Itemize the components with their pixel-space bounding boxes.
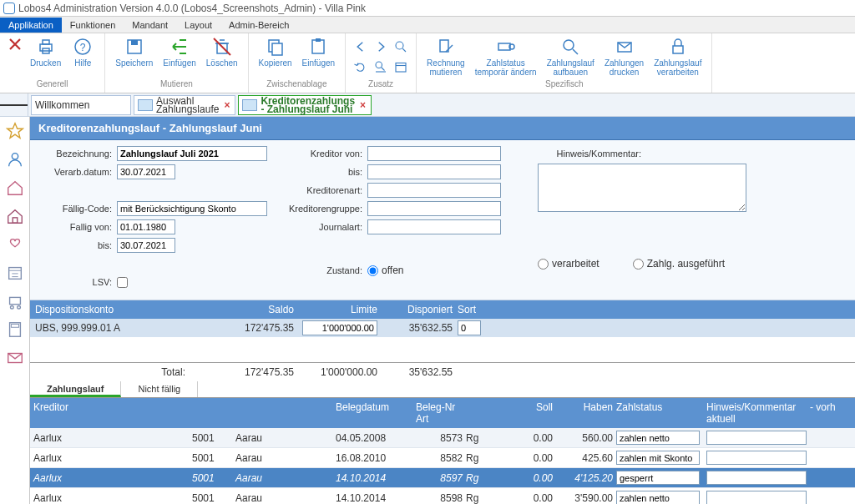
kreditor-von-input[interactable] bbox=[367, 146, 501, 161]
rechnung-mutieren-label: Rechnungmutieren bbox=[427, 58, 465, 77]
table-row[interactable]: Aarlux5001Aarau14.10.20148597Rg0.004'125… bbox=[30, 468, 855, 488]
drucken-label: Drucken bbox=[30, 58, 61, 68]
status-input[interactable] bbox=[616, 471, 700, 485]
grid-body: Aarlux5001Aarau04.05.20088573Rg0.00560.0… bbox=[30, 428, 855, 504]
loeschen-button[interactable]: Löschen bbox=[201, 35, 243, 79]
find-button[interactable] bbox=[371, 58, 391, 78]
svg-point-25 bbox=[10, 306, 13, 310]
kreditor-bis-input[interactable] bbox=[367, 164, 501, 179]
header-belegdatum: Belegdatum bbox=[336, 401, 416, 425]
sidebar-people[interactable] bbox=[3, 147, 28, 172]
close-button[interactable] bbox=[5, 35, 25, 79]
bezeichnung-input[interactable] bbox=[117, 146, 267, 161]
zahlungslauf-verarbeiten-button[interactable]: Zahlungslaufverarbeiten bbox=[649, 35, 706, 79]
kreditorengruppe-input[interactable] bbox=[367, 201, 501, 216]
dispo-sort-input[interactable] bbox=[458, 320, 481, 335]
sidebar-favorites[interactable] bbox=[3, 118, 28, 144]
undo-button[interactable] bbox=[351, 58, 371, 78]
table-row[interactable]: Aarlux5001Aarau14.10.20148598Rg0.003'590… bbox=[30, 488, 855, 504]
kreditorenart-input[interactable] bbox=[367, 183, 501, 198]
faellig-bis-input[interactable] bbox=[117, 238, 175, 253]
printer-icon bbox=[36, 37, 56, 57]
table-row[interactable]: Aarlux5001Aarau16.08.20108582Rg0.00425.6… bbox=[30, 448, 855, 468]
dispo-limite-input[interactable] bbox=[302, 320, 377, 335]
hinweis-input[interactable] bbox=[706, 451, 807, 465]
sidebar-home2[interactable] bbox=[3, 204, 28, 229]
zahlungslauf-aufbauen-button[interactable]: Zahlungslaufaufbauen bbox=[542, 35, 600, 79]
sidebar-calendar[interactable] bbox=[3, 260, 28, 285]
menu-admin-bereich[interactable]: Admin-Bereich bbox=[220, 18, 297, 33]
tab-auswahl-zahlungslaufe[interactable]: AuswahlZahlungslaufe × bbox=[134, 95, 235, 115]
verarb-datum-input[interactable] bbox=[117, 164, 175, 179]
menu-funktionen[interactable]: Funktionen bbox=[62, 18, 124, 33]
kreditor-bis-label: bis: bbox=[287, 167, 367, 177]
zahlungen-drucken-label: Zahlungendrucken bbox=[605, 58, 644, 77]
cell-belegnr: 8573 bbox=[416, 432, 463, 444]
dispo-row[interactable]: UBS, 999.999.01 A 172'475.35 35'632.55 bbox=[30, 319, 855, 337]
cell-art: Rg bbox=[463, 432, 493, 444]
hilfe-button[interactable]: ? Hilfe bbox=[66, 35, 99, 79]
zahlstatus-temp-button[interactable]: Zahlstatustemporär ändern bbox=[470, 35, 542, 79]
loeschen-label: Löschen bbox=[206, 58, 238, 68]
faellig-von-input[interactable] bbox=[117, 219, 175, 234]
hilfe-label: Hilfe bbox=[74, 58, 91, 68]
menu-mandant[interactable]: Mandant bbox=[124, 18, 176, 33]
hinweis-input[interactable] bbox=[706, 471, 807, 485]
sidebar-cart[interactable] bbox=[3, 289, 28, 314]
sidebar-care[interactable] bbox=[3, 232, 28, 257]
clipboard-einfuegen-button[interactable]: Einfügen bbox=[297, 35, 340, 79]
tab-close-icon[interactable]: × bbox=[360, 99, 366, 111]
window-title: Lobos4 Administration Version 4.0.0 (Lob… bbox=[18, 3, 366, 14]
journalart-label: Journalart: bbox=[287, 222, 367, 232]
sidebar-finance[interactable] bbox=[3, 317, 28, 342]
zustand-verarbeitet-radio[interactable] bbox=[538, 259, 549, 270]
status-input[interactable] bbox=[616, 431, 700, 445]
menu-applikation[interactable]: Applikation bbox=[0, 18, 62, 33]
drucken-button[interactable]: Drucken bbox=[25, 35, 66, 79]
zoom-button[interactable] bbox=[391, 38, 411, 58]
cell-haben: 3'590.00 bbox=[553, 492, 613, 504]
svg-rect-22 bbox=[13, 218, 18, 223]
status-input[interactable] bbox=[616, 491, 700, 504]
cell-haben: 425.60 bbox=[553, 452, 613, 464]
menu-layout[interactable]: Layout bbox=[176, 18, 220, 33]
dispo-konto-cell: UBS, 999.999.01 A bbox=[35, 322, 202, 334]
subtab-zahlungslauf[interactable]: Zahlungslauf bbox=[30, 381, 121, 397]
kopieren-button[interactable]: Kopieren bbox=[254, 35, 297, 79]
journalart-input[interactable] bbox=[367, 219, 501, 234]
tab-willkommen[interactable]: Willkommen bbox=[31, 95, 131, 115]
hinweis-input[interactable] bbox=[706, 431, 807, 445]
close-icon bbox=[8, 37, 23, 52]
tab-close-icon[interactable]: × bbox=[224, 99, 230, 111]
arrow-right-icon bbox=[373, 39, 388, 54]
zahlungen-drucken-button[interactable]: Zahlungendrucken bbox=[600, 35, 649, 79]
cell-soll: 0.00 bbox=[493, 452, 553, 464]
group-mutieren-label: Mutieren bbox=[110, 79, 242, 91]
hinweis-input[interactable] bbox=[706, 491, 807, 504]
cell-kreditor: Aarlux bbox=[33, 432, 192, 444]
dispo-total-disponiert: 35'632.55 bbox=[377, 366, 453, 378]
hinweis-textarea[interactable] bbox=[538, 164, 746, 212]
zustand-ausgefuehrt-radio[interactable] bbox=[633, 259, 644, 270]
tab-auswahl-label: AuswahlZahlungslaufe bbox=[156, 97, 219, 113]
calendar-button[interactable] bbox=[391, 58, 411, 78]
document-tabs: Willkommen AuswahlZahlungslaufe × Kredit… bbox=[0, 93, 855, 117]
status-input[interactable] bbox=[616, 451, 700, 465]
nav-prev-button[interactable] bbox=[351, 38, 371, 58]
undo-icon bbox=[353, 59, 368, 74]
table-row[interactable]: Aarlux5001Aarau04.05.20088573Rg0.00560.0… bbox=[30, 428, 855, 448]
header-vorh: - vorh bbox=[810, 401, 843, 425]
hamburger-button[interactable] bbox=[0, 93, 28, 117]
nav-next-button[interactable] bbox=[371, 38, 391, 58]
sidebar-mail[interactable] bbox=[3, 345, 28, 370]
rechnung-mutieren-button[interactable]: Rechnungmutieren bbox=[422, 35, 470, 79]
faellig-code-input[interactable] bbox=[117, 201, 267, 216]
tab-kreditorenzahlungs[interactable]: Kreditorenzahlungs- Zahlungslauf Juni × bbox=[238, 95, 372, 115]
sidebar-home1[interactable] bbox=[3, 175, 28, 200]
subtab-nichtfaellig[interactable]: Nicht fällig bbox=[121, 381, 198, 397]
speichern-button[interactable]: Speichern bbox=[110, 35, 158, 79]
einfuegen-button[interactable]: Einfügen bbox=[158, 35, 200, 79]
zustand-offen-radio[interactable] bbox=[367, 265, 378, 276]
cell-belegdatum: 16.08.2010 bbox=[336, 452, 416, 464]
lsv-checkbox[interactable] bbox=[117, 277, 128, 288]
